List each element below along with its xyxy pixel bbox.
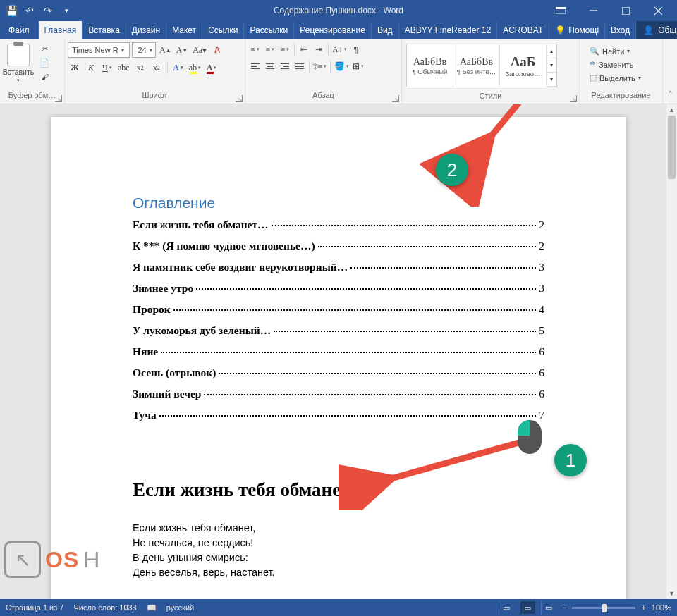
toc-entry[interactable]: Няне6	[133, 345, 544, 358]
shrink-font-button[interactable]: A▼	[175, 43, 190, 57]
toc-entry[interactable]: Зимний вечер6	[133, 388, 544, 400]
spellcheck-icon[interactable]: 📖	[147, 603, 157, 612]
tab-layout[interactable]: Макет	[166, 21, 202, 39]
page-indicator[interactable]: Страница 1 из 7	[6, 603, 63, 612]
word-count[interactable]: Число слов: 1033	[73, 603, 136, 612]
highlight-button[interactable]: ab	[188, 61, 202, 75]
tab-references[interactable]: Ссылки	[202, 21, 244, 39]
align-center-button[interactable]	[263, 59, 277, 73]
language-indicator[interactable]: русский	[166, 603, 194, 612]
print-layout-button[interactable]: ▭	[520, 601, 535, 614]
poem-line[interactable]: Не печалься, не сердись!	[133, 536, 544, 550]
italic-button[interactable]: К	[84, 61, 98, 75]
tell-me-button[interactable]: 💡Помощі	[549, 21, 605, 39]
clear-formatting-button[interactable]: A̷	[210, 43, 224, 57]
font-name-combo[interactable]: Times New R	[68, 42, 130, 58]
toc-entry[interactable]: Туча7	[133, 409, 544, 421]
zoom-slider[interactable]	[572, 607, 635, 609]
shading-button[interactable]: 🪣	[333, 59, 350, 73]
share-button[interactable]: 👤Общий доступ	[636, 21, 677, 39]
tab-file[interactable]: Файл	[0, 21, 39, 39]
toc-entry[interactable]: Если жизнь тебя обманет…2	[133, 218, 544, 231]
ribbon-display-button[interactable]	[544, 0, 577, 21]
web-layout-button[interactable]: ▭	[541, 601, 556, 614]
zoom-out-button[interactable]: −	[562, 603, 566, 612]
close-button[interactable]	[642, 0, 674, 21]
align-justify-button[interactable]	[293, 59, 307, 73]
toc-entry[interactable]: У лукоморья дуб зеленый…5	[133, 324, 544, 337]
save-button[interactable]: 💾	[3, 2, 20, 19]
mouse-icon	[518, 420, 542, 454]
redo-button[interactable]: ↷	[39, 2, 56, 19]
tab-home[interactable]: Главная	[39, 21, 83, 39]
tab-abbyy[interactable]: ABBYY FineReader 12	[399, 21, 498, 39]
scroll-thumb[interactable]	[668, 116, 676, 179]
styles-scroll[interactable]: ▴▾▾	[547, 44, 556, 87]
poem-line[interactable]: В день уныния смирись:	[133, 550, 544, 565]
poem-body[interactable]: Если жизнь тебя обманет,Не печалься, не …	[133, 521, 544, 580]
subscript-button[interactable]: x2	[133, 61, 147, 75]
strikethrough-button[interactable]: abc	[116, 61, 131, 75]
table-of-contents[interactable]: Если жизнь тебя обманет…2К *** (Я помню …	[133, 218, 544, 421]
annotation-callout-1: 1	[554, 444, 587, 476]
cut-button[interactable]: ✂	[37, 42, 52, 55]
copy-button[interactable]: 📄	[37, 56, 52, 69]
align-right-button[interactable]	[278, 59, 292, 73]
borders-button[interactable]: ⊞	[351, 59, 365, 73]
sign-in-button[interactable]: Вход	[605, 21, 636, 39]
tab-insert[interactable]: Вставка	[83, 21, 126, 39]
quick-access-toolbar: 💾 ↶ ↷ ▾	[3, 2, 75, 19]
style-item[interactable]: АаБбВв¶ Обычный	[407, 44, 453, 87]
multilevel-button[interactable]: ≡	[278, 42, 292, 56]
read-mode-button[interactable]: ▭	[499, 601, 514, 614]
paste-button[interactable]: Вставить ▾	[3, 42, 34, 85]
style-item[interactable]: АаБбВв¶ Без инте…	[453, 44, 500, 87]
indent-button[interactable]: ⇥	[312, 42, 326, 56]
toc-entry[interactable]: К *** (Я помню чудное мгновенье…)2	[133, 240, 544, 252]
find-button[interactable]: 🔍Найти ▾	[587, 45, 644, 57]
poem-line[interactable]: Если жизнь тебя обманет,	[133, 521, 544, 536]
bold-button[interactable]: Ж	[68, 61, 82, 75]
numbering-button[interactable]: ≡	[263, 42, 277, 56]
ribbon: Вставить ▾ ✂ 📄 🖌 Буфер обм… Times New R …	[0, 39, 677, 104]
font-color-button[interactable]: A	[205, 61, 219, 75]
align-left-button[interactable]	[248, 59, 262, 73]
tab-design[interactable]: Дизайн	[126, 21, 166, 39]
sort-button[interactable]: A↓	[331, 42, 348, 56]
zoom-level[interactable]: 100%	[652, 603, 671, 612]
minimize-button[interactable]	[577, 0, 609, 21]
bullets-button[interactable]: ≡	[248, 42, 262, 56]
qat-customize-button[interactable]: ▾	[58, 2, 75, 19]
format-painter-button[interactable]: 🖌	[37, 70, 52, 83]
toc-entry[interactable]: Я памятник себе воздвиг нерукотворный…3	[133, 261, 544, 273]
toc-entry[interactable]: Осень (отрывок)6	[133, 366, 544, 379]
styles-gallery[interactable]: АаБбВв¶ ОбычныйАаБбВв¶ Без инте…АаБЗагол…	[406, 44, 557, 87]
poem-line[interactable]: День веселья, верь, настанет.	[133, 565, 544, 580]
vertical-scrollbar[interactable]: ▲ ▼	[666, 104, 677, 599]
select-button[interactable]: ⬚Выделить ▾	[587, 72, 644, 84]
grow-font-button[interactable]: A▲	[158, 43, 173, 57]
scroll-up-button[interactable]: ▲	[666, 104, 677, 116]
tab-acrobat[interactable]: ACROBAT	[497, 21, 549, 39]
tab-review[interactable]: Рецензирование	[294, 21, 372, 39]
text-effects-button[interactable]: A	[171, 61, 185, 75]
superscript-button[interactable]: x2	[150, 61, 164, 75]
page-1[interactable]: Оглавление Если жизнь тебя обманет…2К **…	[51, 117, 626, 599]
scroll-down-button[interactable]: ▼	[666, 588, 677, 599]
collapse-ribbon-button[interactable]: ˄	[663, 39, 677, 104]
toc-entry[interactable]: Пророк4	[133, 303, 544, 316]
font-size-combo[interactable]: 24	[132, 42, 156, 58]
maximize-button[interactable]	[609, 0, 642, 21]
toc-entry[interactable]: Зимнее утро3	[133, 282, 544, 295]
change-case-button[interactable]: Aa▾	[191, 43, 208, 57]
line-spacing-button[interactable]: ‡≡	[312, 59, 328, 73]
replace-button[interactable]: ᵃᵇЗаменить	[587, 58, 644, 70]
underline-button[interactable]: Ч	[100, 61, 114, 75]
outdent-button[interactable]: ⇤	[297, 42, 311, 56]
tab-view[interactable]: Вид	[372, 21, 399, 39]
zoom-in-button[interactable]: +	[641, 603, 645, 612]
undo-button[interactable]: ↶	[21, 2, 38, 19]
show-marks-button[interactable]: ¶	[349, 42, 363, 56]
style-item[interactable]: АаБЗаголово…	[500, 44, 547, 87]
tab-mailings[interactable]: Рассылки	[244, 21, 294, 39]
